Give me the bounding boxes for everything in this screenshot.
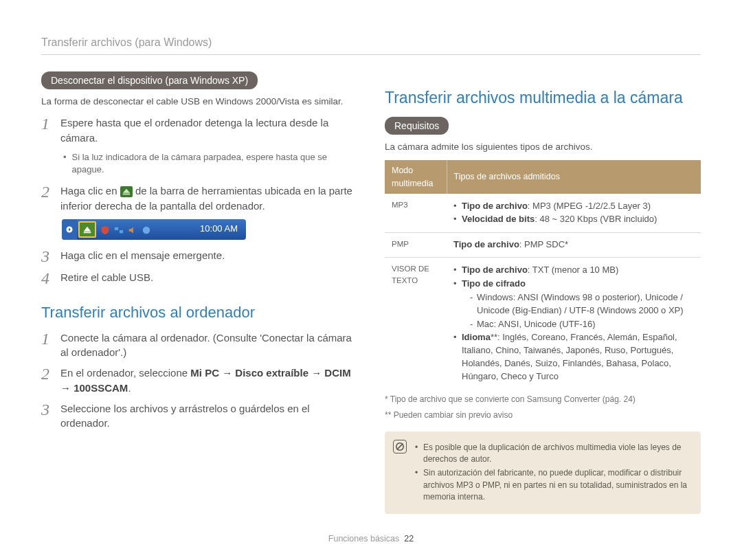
step-number: 1 [41, 115, 54, 132]
tray-expand-icon [62, 219, 77, 240]
step-number: 3 [41, 248, 54, 265]
shield-icon [100, 225, 110, 234]
step-4: 4 Retire el cable USB. [41, 270, 357, 287]
label-bold: Velocidad de bits [462, 214, 535, 224]
note-box: Es posible que la duplicación de archivo… [385, 432, 701, 514]
label-bold: Tipo de archivo [462, 201, 528, 211]
step-text: Haga clic en de la barra de herramientas… [60, 183, 357, 214]
section-pill-disconnect: Desconectar el dispositivo (para Windows… [41, 71, 258, 89]
step-1: 1 Conecte la cámara al ordenador. (Consu… [41, 331, 357, 361]
taskbar-clock: 10:00 AM [200, 223, 246, 236]
step-1-note: Si la luz indicadora de la cámara parpad… [63, 151, 357, 177]
step-text: Espere hasta que el ordenador detenga la… [60, 115, 357, 146]
table-header-types: Tipos de archivos admitidos [447, 160, 701, 193]
cell-mode: MP3 [385, 194, 447, 233]
tray-misc-icon [142, 225, 151, 234]
text-fragment: En el ordenador, seleccione [60, 367, 190, 379]
tray-eject-icon [120, 186, 133, 197]
svg-rect-0 [122, 194, 130, 195]
step-1: 1 Espere hasta que el ordenador detenga … [41, 115, 357, 146]
cell-types: Tipo de archivo: TXT (menor a 10 MB) Tip… [447, 258, 701, 390]
label-value: **: Inglés, Coreano, Francés, Alemán, Es… [462, 332, 677, 381]
label-bold: Tipo de archivo [462, 265, 528, 275]
page-header: Transferir archivos (para Windows) [41, 34, 701, 55]
cell-types: Tipo de archivo: PMP SDC* [447, 233, 701, 258]
svg-point-5 [143, 226, 150, 234]
cell-mode: PMP [385, 233, 447, 258]
svg-rect-3 [115, 227, 118, 229]
disconnect-steps-rest: 3 Haga clic en el mensaje emergente. 4 R… [41, 248, 357, 287]
step-number: 3 [41, 401, 54, 418]
transfer-pc-steps: 1 Conecte la cámara al ordenador. (Consu… [41, 331, 357, 432]
label-value: : 48 ~ 320 Kbps (VBR incluido) [535, 214, 657, 224]
network-icon [114, 225, 124, 234]
cell-types: Tipo de archivo: MP3 (MPEG -1/2/2.5 Laye… [447, 194, 701, 233]
step-text: Retire el cable USB. [60, 270, 357, 285]
table-row: PMP Tipo de archivo: PMP SDC* [385, 233, 701, 258]
two-column-layout: Desconectar el dispositivo (para Windows… [41, 71, 701, 513]
disconnect-steps-cont: 2 Haga clic en de la barra de herramient… [41, 183, 357, 214]
left-column: Desconectar el dispositivo (para Windows… [41, 71, 357, 513]
step-3: 3 Seleccione los archivos y arrástrelos … [41, 401, 357, 432]
step-number: 4 [41, 270, 54, 287]
label-bold: Tipo de archivo [453, 239, 519, 249]
text-fragment: . [128, 382, 131, 394]
label-value: : TXT (menor a 10 MB) [528, 265, 618, 275]
cell-mode: VISOR DE TEXTO [385, 258, 447, 390]
step-number: 2 [41, 366, 54, 382]
section-title-transfer-camera: Transferir archivos multimedia a la cáma… [385, 87, 701, 109]
requirements-table: Modo multimedia Tipos de archivos admiti… [385, 160, 701, 389]
tray-icons [96, 225, 155, 234]
svg-rect-4 [120, 230, 123, 233]
step-text: Conecte la cámara al ordenador. (Consult… [60, 331, 357, 361]
volume-icon [128, 225, 137, 234]
footnote-2: ** Pueden cambiar sin previo aviso [385, 410, 701, 421]
text-fragment: Haga clic en [60, 185, 120, 197]
svg-rect-2 [84, 232, 91, 233]
safely-remove-hardware-icon[interactable] [78, 221, 96, 238]
footer-section: Funciones básicas [328, 534, 400, 544]
label-bold: Tipo de cifrado [462, 278, 526, 289]
step-2: 2 En el ordenador, seleccione Mi PC → Di… [41, 366, 357, 396]
dash-item: Mac: ANSI, Unicode (UTF-16) [470, 318, 694, 331]
note-item: Sin autorización del fabricante, no pued… [415, 467, 691, 503]
note-item: Es posible que la duplicación de archivo… [415, 442, 691, 466]
section-title-transfer-pc: Transferir archivos al ordenador [41, 302, 357, 324]
table-row: MP3 Tipo de archivo: MP3 (MPEG -1/2/2.5 … [385, 194, 701, 233]
page-footer: Funciones básicas 22 [0, 533, 742, 545]
note-icon [393, 440, 407, 453]
table-header-mode: Modo multimedia [385, 160, 447, 193]
intro-text: La cámara admite los siguientes tipos de… [385, 140, 701, 154]
footnote-1: * Tipo de archivo que se convierte con S… [385, 394, 701, 405]
step-text: Haga clic en el mensaje emergente. [60, 248, 357, 263]
label-value: : MP3 (MPEG -1/2/2.5 Layer 3) [528, 201, 651, 211]
table-row: VISOR DE TEXTO Tipo de archivo: TXT (men… [385, 258, 701, 390]
bullet-text: Si la luz indicadora de la cámara parpad… [72, 151, 357, 177]
windows-taskbar: 10:00 AM [62, 219, 246, 240]
label-bold: Idioma [462, 332, 491, 342]
step-number: 2 [41, 183, 54, 200]
step-3: 3 Haga clic en el mensaje emergente. [41, 248, 357, 265]
step-text: En el ordenador, seleccione Mi PC → Disc… [60, 366, 357, 396]
intro-text: La forma de desconectar el cable USB en … [41, 95, 357, 109]
page-number: 22 [404, 534, 414, 544]
dash-item: Windows: ANSI (Windows 98 o posterior), … [470, 291, 694, 317]
step-text: Seleccione los archivos y arrástrelos o … [60, 401, 357, 432]
right-column: Transferir archivos multimedia a la cáma… [385, 71, 701, 513]
section-pill-requirements: Requisitos [385, 117, 449, 135]
step-2: 2 Haga clic en de la barra de herramient… [41, 183, 357, 214]
step-number: 1 [41, 331, 54, 347]
disconnect-steps: 1 Espere hasta que el ordenador detenga … [41, 115, 357, 146]
label-value: : PMP SDC* [519, 239, 568, 249]
